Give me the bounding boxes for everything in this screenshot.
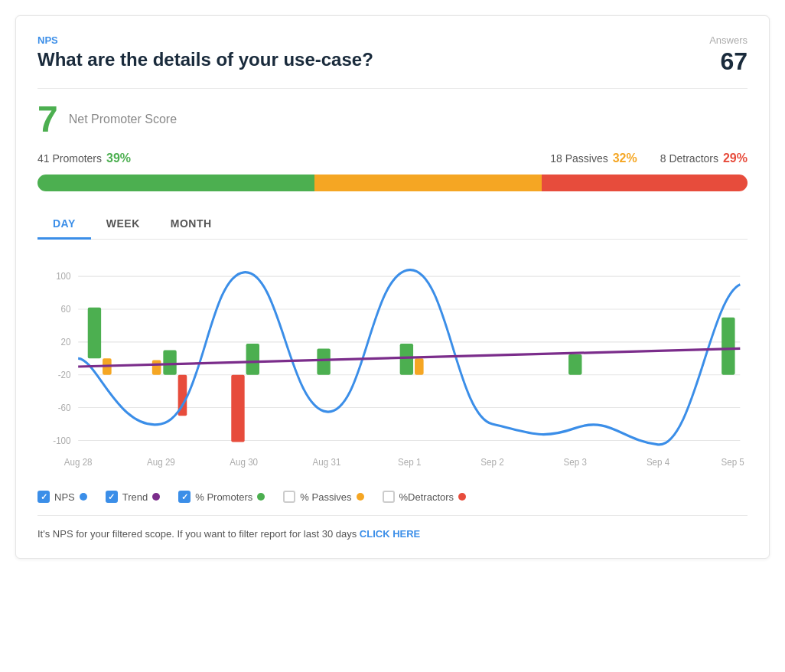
legend-trend-dot [152,493,160,501]
legend-promoters-label: % Promoters [195,491,252,503]
tab-day[interactable]: DAY [37,210,91,240]
footer: It's NPS for your filtered scope. If you… [37,515,748,540]
svg-text:Sep 5: Sep 5 [721,456,744,468]
legend-passives-dot [357,493,364,501]
legend-nps-dot [80,493,87,501]
promoters-pct: 39% [106,152,131,165]
legend-nps-label: NPS [54,491,75,503]
legend-detractors-checkbox[interactable] [383,491,395,503]
svg-text:Sep 3: Sep 3 [564,456,587,468]
legend-detractors: %Detractors [383,491,467,503]
svg-rect-27 [246,344,259,375]
chart-svg: 100 60 20 -20 -60 -100 Aug 28 Aug 29 Aug… [37,252,748,481]
passives-bar [314,175,542,191]
legend-promoters-checkbox[interactable]: ✓ [178,491,191,503]
svg-rect-26 [231,375,244,442]
promoters-metric: 41 Promoters 39% [37,152,131,165]
header-divider [37,88,748,89]
legend-trend-label: Trend [122,491,148,503]
svg-rect-32 [721,318,735,375]
legend-promoters: ✓ % Promoters [178,491,265,503]
detractors-bar [542,175,748,191]
svg-text:Sep 4: Sep 4 [647,456,669,468]
svg-text:Sep 2: Sep 2 [480,456,503,468]
legend-passives-checkbox[interactable] [283,491,295,503]
click-here-link[interactable]: CLICK HERE [360,528,420,540]
legend-passives-label: % Passives [300,491,351,503]
chart-legend: ✓ NPS ✓ Trend ✓ % Promoters % Passives [37,491,748,503]
svg-rect-28 [317,348,330,374]
footer-text: It's NPS for your filtered scope. If you… [37,528,357,540]
svg-rect-23 [163,351,176,375]
legend-nps-checkbox[interactable]: ✓ [37,491,50,503]
nps-chart: 100 60 20 -20 -60 -100 Aug 28 Aug 29 Aug… [37,252,748,481]
legend-detractors-label: %Detractors [399,491,454,503]
nps-label: NPS [37,34,373,46]
svg-text:Aug 29: Aug 29 [147,456,175,468]
svg-text:-20: -20 [58,369,71,380]
legend-detractors-dot [458,493,466,501]
detractors-pct: 29% [723,152,748,165]
svg-rect-21 [88,308,101,358]
svg-rect-25 [152,360,161,374]
score-subtitle: Net Promoter Score [69,113,177,126]
svg-rect-29 [400,344,413,375]
detractors-metric: 8 Detractors 29% [660,152,748,165]
answers-count: 67 [709,47,748,76]
legend-trend-checkbox[interactable]: ✓ [106,491,118,503]
promoters-bar [37,175,314,191]
detractors-count: 8 Detractors [660,152,718,165]
svg-rect-31 [568,354,581,375]
svg-text:-100: -100 [53,435,70,446]
svg-text:-60: -60 [58,402,71,413]
svg-text:Sep 1: Sep 1 [398,456,421,468]
svg-text:20: 20 [61,337,71,348]
svg-text:Aug 30: Aug 30 [230,456,258,468]
svg-text:60: 60 [61,304,71,315]
tab-week[interactable]: WEEK [91,210,155,240]
answers-label: Answers [709,34,748,46]
svg-text:Aug 31: Aug 31 [313,456,341,468]
svg-rect-30 [415,358,424,374]
promoters-count: 41 Promoters [37,152,102,165]
legend-promoters-dot [257,493,265,501]
time-tabs: DAY WEEK MONTH [37,210,748,240]
passives-count: 18 Passives [550,152,607,165]
tab-month[interactable]: MONTH [155,210,227,240]
page-title: What are the details of your use-case? [37,49,373,70]
nps-score: 7 [37,101,58,138]
legend-passives: % Passives [283,491,363,503]
svg-text:100: 100 [56,271,71,282]
passives-metric: 18 Passives 32% [550,152,637,165]
passives-pct: 32% [613,152,637,165]
nps-progress-bar [37,175,748,191]
legend-trend: ✓ Trend [106,491,160,503]
legend-nps: ✓ NPS [37,491,87,503]
svg-text:Aug 28: Aug 28 [64,456,93,468]
